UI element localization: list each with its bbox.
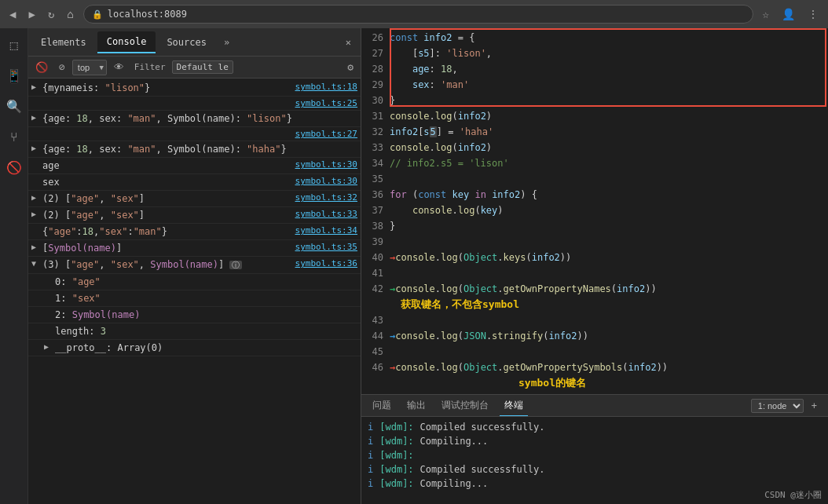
source-link-2[interactable]: symbol.ts:25 xyxy=(295,97,357,108)
device-icon[interactable]: 📱 xyxy=(3,65,25,86)
console-value-7: sex xyxy=(42,175,289,189)
code-text-27: [s5]: 'lison', xyxy=(390,46,828,61)
context-select[interactable]: top xyxy=(72,60,107,75)
code-line-47: 47 xyxy=(361,391,828,394)
line-number-35: 35 xyxy=(361,171,390,187)
code-line-32: 32 info2[s5] = 'haha' xyxy=(361,124,828,140)
line-number-40: 40 xyxy=(361,250,390,265)
home-button[interactable]: ⌂ xyxy=(64,6,76,22)
terminal-node-select[interactable]: 1: node xyxy=(751,399,804,413)
console-line-8[interactable]: ▶ (2) ["age", "sex"] symbol.ts:32 xyxy=(28,191,361,207)
terminal-add-button[interactable]: + xyxy=(807,399,822,413)
tab-elements[interactable]: Elements xyxy=(31,32,96,53)
code-text-34: // info2.s5 = 'lison' xyxy=(390,155,828,171)
line-number-43: 43 xyxy=(361,312,390,328)
code-line-26: 26 const info2 = { xyxy=(361,30,828,46)
console-line-1[interactable]: ▶ {mynameis: "lison"} symbol.ts:18 xyxy=(28,80,361,97)
code-line-40: 40 →console.log(Object.keys(info2)) xyxy=(361,250,828,265)
settings-icon[interactable]: ⚙ xyxy=(343,60,357,75)
refresh-button[interactable]: ↻ xyxy=(45,6,57,22)
csdn-watermark: CSDN @迷小圈 xyxy=(764,489,822,501)
search-icon[interactable]: 🔍 xyxy=(3,96,25,117)
tab-sources[interactable]: Sources xyxy=(157,32,216,53)
tab-output[interactable]: 输出 xyxy=(402,396,430,415)
filter-label: Filter xyxy=(131,62,169,72)
source-link-6[interactable]: symbol.ts:30 xyxy=(295,159,357,170)
code-line-28: 28 age: 18, xyxy=(361,61,828,77)
expand-arrow-1[interactable]: ▶ xyxy=(31,82,39,91)
terminal-tag-2: [wdm]: xyxy=(379,434,413,448)
expand-arrow-3[interactable]: ▶ xyxy=(31,113,39,122)
console-line-10[interactable]: {"age":18,"sex":"man"} symbol.ts:34 xyxy=(28,224,361,240)
code-text-37: console.log(key) xyxy=(390,203,828,218)
tab-debug-console[interactable]: 调试控制台 xyxy=(437,396,493,415)
profile-icon[interactable]: 👤 xyxy=(779,6,798,22)
clear-console-button[interactable]: 🚫 xyxy=(31,60,52,75)
code-text-46: →console.log(Object.getOwnPropertySymbol… xyxy=(390,360,828,375)
console-line-2[interactable]: symbol.ts:25 xyxy=(28,97,361,111)
line-number-47: 47 xyxy=(361,391,390,394)
no-icon[interactable]: 🚫 xyxy=(3,157,25,178)
default-levels-label[interactable]: Default le xyxy=(172,60,233,74)
tab-problems[interactable]: 问题 xyxy=(368,396,396,415)
source-link-7[interactable]: symbol.ts:30 xyxy=(295,175,357,186)
console-line-6[interactable]: age symbol.ts:30 xyxy=(28,158,361,174)
console-line-15: 2: Symbol(name) xyxy=(28,307,361,323)
terminal-tag-1: [wdm]: xyxy=(379,420,413,434)
code-line-33: 33 console.log(info2) xyxy=(361,140,828,155)
console-line-12[interactable]: ▼ (3) ["age", "sex", Symbol(name)] ⓘ sym… xyxy=(28,257,361,274)
code-line-29: 29 sex: 'man' xyxy=(361,77,828,93)
source-link-1[interactable]: symbol.ts:18 xyxy=(295,81,357,92)
console-line-9[interactable]: ▶ (2) ["age", "sex"] symbol.ts:33 xyxy=(28,207,361,224)
console-toolbar: 🚫 ⊘ top ▼ 👁 Filter Default le ⚙ xyxy=(28,57,361,79)
source-link-8[interactable]: symbol.ts:32 xyxy=(295,192,357,203)
console-line-5[interactable]: ▶ {age: 18, sex: "man", Symbol(name): "h… xyxy=(28,141,361,158)
back-button[interactable]: ◀ xyxy=(6,6,19,22)
code-line-45: 45 xyxy=(361,344,828,360)
source-link-11[interactable]: symbol.ts:35 xyxy=(295,241,357,252)
source-link-9[interactable]: symbol.ts:33 xyxy=(295,208,357,219)
terminal-prefix-4: i xyxy=(368,462,373,477)
code-line-46: 46 →console.log(Object.getOwnPropertySym… xyxy=(361,360,828,375)
inspect-icon[interactable]: ⬚ xyxy=(7,35,21,56)
menu-button[interactable]: ⋮ xyxy=(804,6,822,22)
console-line-4[interactable]: symbol.ts:27 xyxy=(28,127,361,141)
expand-arrow-17[interactable]: ▶ xyxy=(44,342,52,351)
console-line-17[interactable]: ▶ __proto__: Array(0) xyxy=(28,340,361,356)
star-icon[interactable]: ☆ xyxy=(760,6,772,22)
git-icon[interactable]: ⑂ xyxy=(7,126,21,148)
line-number-36: 36 xyxy=(361,187,390,203)
code-line-37: 37 console.log(key) xyxy=(361,203,828,218)
address-bar[interactable]: 🔒 localhost:8089 xyxy=(83,5,753,24)
tab-console[interactable]: Console xyxy=(97,31,156,53)
tab-terminal[interactable]: 终端 xyxy=(500,396,528,416)
source-link-4[interactable]: symbol.ts:27 xyxy=(295,128,357,139)
forward-button[interactable]: ▶ xyxy=(25,6,38,22)
terminal-tag-4: [wdm]: xyxy=(379,462,413,477)
console-value-8: (2) ["age", "sex"] xyxy=(42,192,289,206)
code-line-27: 27 [s5]: 'lison', xyxy=(361,46,828,61)
expand-arrow-8[interactable]: ▶ xyxy=(31,193,39,202)
code-text-26: const info2 = { xyxy=(390,30,828,46)
code-text-40: →console.log(Object.keys(info2)) xyxy=(390,250,828,265)
expand-arrow-9[interactable]: ▶ xyxy=(31,210,39,218)
console-line-3[interactable]: ▶ {age: 18, sex: "man", Symbol(name): "l… xyxy=(28,111,361,127)
console-line-7[interactable]: sex symbol.ts:30 xyxy=(28,174,361,191)
preserve-log-icon[interactable]: ⊘ xyxy=(55,60,69,75)
eye-icon[interactable]: 👁 xyxy=(110,60,128,75)
expand-arrow-5[interactable]: ▶ xyxy=(31,144,39,152)
devtools-close-button[interactable]: ✕ xyxy=(339,32,357,53)
terminal-line-1: i [wdm]: Compiled successfully. xyxy=(368,420,822,434)
expand-arrow-11[interactable]: ▶ xyxy=(31,243,39,251)
console-line-11[interactable]: ▶ [Symbol(name)] symbol.ts:35 xyxy=(28,240,361,257)
context-selector-wrapper[interactable]: top ▼ xyxy=(72,60,107,75)
console-value-12: (3) ["age", "sex", Symbol(name)] ⓘ xyxy=(42,257,289,272)
console-line-14: 1: "sex" xyxy=(28,290,361,307)
expand-arrow-12[interactable]: ▼ xyxy=(31,259,39,268)
code-text-41 xyxy=(390,265,828,281)
console-line-13: 0: "age" xyxy=(28,274,361,290)
source-link-12[interactable]: symbol.ts:36 xyxy=(295,257,357,268)
tab-more[interactable]: » xyxy=(218,32,236,53)
source-link-10[interactable]: symbol.ts:34 xyxy=(295,225,357,236)
code-text-30: } xyxy=(390,93,828,108)
